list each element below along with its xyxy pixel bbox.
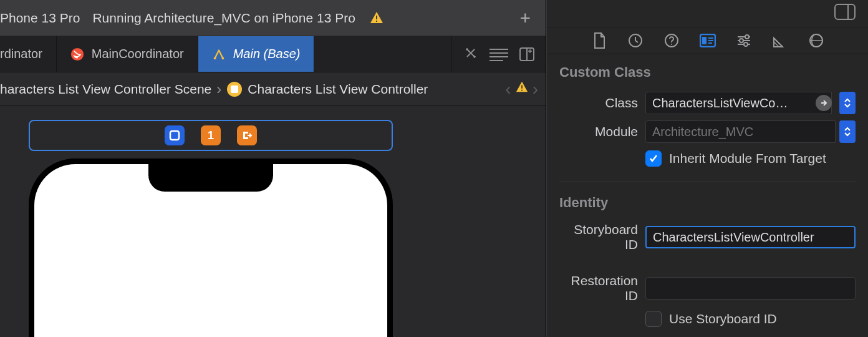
- restoration-id-row: Restoration ID: [559, 273, 856, 303]
- module-row: Module: [559, 120, 856, 143]
- device-name[interactable]: Phone 13 Pro: [0, 11, 89, 26]
- storyboard-canvas[interactable]: 1: [0, 106, 546, 337]
- breadcrumb-scene[interactable]: haracters List View Controller Scene: [0, 82, 211, 97]
- storyboard-icon: [212, 47, 226, 61]
- inspector-pane: Custom Class Class Module: [546, 0, 868, 337]
- section-divider: [559, 182, 856, 182]
- tab-label: rdinator: [0, 47, 42, 61]
- size-inspector-tab[interactable]: [771, 31, 789, 50]
- first-responder-proxy[interactable]: 1: [201, 125, 221, 145]
- tab-bar: rdinator MainCoordinator Main (Base): [0, 36, 546, 72]
- add-editor-icon[interactable]: [519, 47, 534, 61]
- svg-point-4: [221, 57, 224, 59]
- module-input[interactable]: [645, 120, 836, 143]
- crumb-navigation: ‹ ›: [504, 79, 539, 99]
- svg-rect-17: [170, 131, 179, 140]
- storyboard-id-input[interactable]: [645, 226, 856, 248]
- svg-rect-24: [702, 37, 706, 44]
- attributes-inspector-tab[interactable]: [735, 31, 753, 50]
- use-storyboard-id-label: Use Storyboard ID: [669, 311, 777, 326]
- inherit-module-row: Inherit Module From Target: [559, 150, 856, 167]
- svg-rect-18: [835, 4, 855, 19]
- device-frame[interactable]: [29, 159, 393, 337]
- adjust-editor-icon[interactable]: [489, 47, 508, 61]
- use-storyboard-id-checkbox[interactable]: [645, 311, 662, 327]
- warning-icon[interactable]: [369, 11, 384, 26]
- class-dropdown-button[interactable]: [839, 92, 856, 114]
- svg-point-32: [740, 39, 743, 42]
- device-screen: [34, 164, 387, 337]
- svg-rect-14: [231, 85, 238, 93]
- inspector-body: Custom Class Class Module: [547, 54, 868, 337]
- build-status[interactable]: Running Architecture_MVC on iPhone 13 Pr…: [89, 11, 359, 26]
- svg-point-33: [744, 42, 748, 46]
- svg-rect-0: [376, 16, 377, 19]
- svg-line-35: [774, 38, 783, 47]
- svg-rect-15: [521, 85, 523, 89]
- warning-icon[interactable]: [515, 81, 529, 97]
- module-label: Module: [559, 124, 638, 139]
- tab-actions: [451, 36, 546, 72]
- chevron-right-icon: ›: [216, 81, 221, 98]
- tab-label: Main (Base): [233, 47, 301, 61]
- view-controller-proxy[interactable]: [165, 125, 185, 145]
- svg-point-31: [745, 35, 749, 39]
- use-storyboard-id-row: Use Storyboard ID: [559, 311, 856, 327]
- editor-pane: Phone 13 Pro Running Architecture_MVC on…: [0, 0, 546, 337]
- view-controller-icon: [226, 81, 243, 97]
- class-label: Class: [559, 95, 638, 110]
- svg-rect-16: [521, 90, 523, 91]
- related-items-icon[interactable]: [463, 47, 478, 62]
- jump-bar: haracters List View Controller Scene › C…: [0, 72, 546, 106]
- connections-inspector-tab[interactable]: [807, 31, 826, 50]
- tab-main-base[interactable]: Main (Base): [198, 36, 315, 72]
- help-inspector-tab[interactable]: [662, 31, 681, 50]
- identity-inspector-tab[interactable]: [698, 31, 717, 50]
- inspector-window-controls: [547, 0, 868, 27]
- module-dropdown-button[interactable]: [839, 120, 856, 143]
- chevron-left-icon[interactable]: ‹: [504, 79, 512, 99]
- exit-proxy[interactable]: [237, 125, 257, 145]
- swift-icon: [70, 47, 84, 61]
- class-input[interactable]: [645, 92, 832, 114]
- class-row: Class: [559, 92, 856, 114]
- tab-coordinator[interactable]: rdinator: [0, 36, 57, 72]
- custom-class-section-title: Custom Class: [559, 64, 856, 81]
- inherit-module-label: Inherit Module From Target: [669, 151, 826, 166]
- identity-section-title: Identity: [559, 195, 856, 211]
- tab-main-coordinator[interactable]: MainCoordinator: [57, 36, 198, 72]
- svg-rect-1: [376, 21, 377, 22]
- inspector-tab-bar: [547, 27, 868, 55]
- breadcrumb-view-controller[interactable]: Characters List View Controller: [248, 82, 428, 97]
- activity-bar: Phone 13 Pro Running Architecture_MVC on…: [0, 0, 546, 36]
- scene-dock[interactable]: 1: [29, 120, 393, 151]
- file-inspector-tab[interactable]: [590, 31, 609, 50]
- restoration-id-input[interactable]: [645, 277, 856, 300]
- storyboard-id-label: Storyboard ID: [559, 222, 638, 252]
- device-notch: [148, 164, 273, 192]
- svg-point-22: [671, 44, 672, 45]
- add-tab-button[interactable]: +: [511, 7, 539, 29]
- inherit-module-checkbox[interactable]: [645, 150, 662, 167]
- storyboard-id-row: Storyboard ID: [559, 222, 856, 252]
- svg-point-3: [213, 57, 216, 59]
- panel-layout-icon[interactable]: [834, 4, 856, 22]
- tab-label: MainCoordinator: [92, 47, 184, 61]
- restoration-id-label: Restoration ID: [559, 273, 638, 303]
- chevron-right-icon[interactable]: ›: [531, 79, 539, 99]
- history-inspector-tab[interactable]: [626, 31, 645, 50]
- jump-to-class-icon[interactable]: [816, 95, 832, 111]
